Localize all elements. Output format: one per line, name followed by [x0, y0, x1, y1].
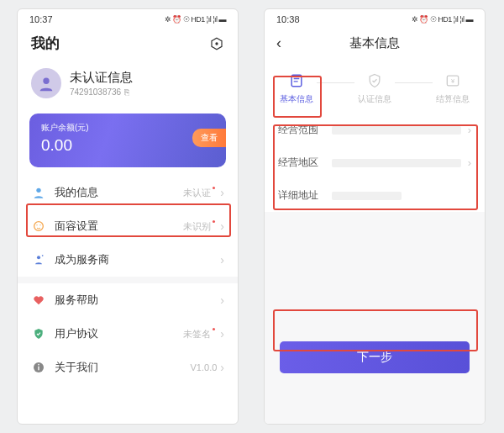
form-address[interactable]: 详细地址: [265, 179, 485, 212]
status-icons: ✲ ⏰ ☉ HD1 ¦ıl ¦ıl ▬: [165, 15, 226, 24]
chevron-right-icon: ›: [220, 253, 224, 267]
balance-card: 账户余额(元) 0.00 查看: [29, 114, 226, 167]
profile-row[interactable]: 未认证信息 74291038736 ⎘: [18, 60, 238, 107]
svg-point-2: [36, 188, 40, 193]
list-item-my-info[interactable]: 我的信息 未认证›: [18, 176, 238, 209]
svg-point-6: [37, 256, 40, 259]
status-time: 10:37: [29, 14, 53, 24]
svg-point-1: [43, 78, 49, 84]
avatar-icon: [31, 68, 61, 98]
money-icon: ¥: [444, 71, 462, 90]
form-scope[interactable]: 经营范围 ›: [265, 114, 485, 146]
settings-hex-icon[interactable]: [209, 36, 224, 51]
svg-text:¥: ¥: [451, 77, 455, 85]
provider-icon: [31, 252, 46, 267]
chevron-right-icon: ›: [468, 156, 471, 169]
next-button[interactable]: 下一步: [280, 341, 470, 373]
chevron-right-icon: ›: [220, 219, 224, 233]
status-bar: 10:37 ✲ ⏰ ☉ HD1 ¦ıl ¦ıl ▬: [18, 9, 238, 27]
svg-point-9: [38, 364, 39, 366]
phone-screen-basic-info: 10:38 ✲ ⏰ ☉ HD1 ¦ıl ¦ıl ▬ ‹ 基本信息 基本信息 认证…: [264, 8, 486, 425]
view-balance-button[interactable]: 查看: [192, 129, 226, 147]
document-icon: [287, 71, 306, 90]
step-basic[interactable]: 基本信息: [280, 71, 313, 105]
svg-point-4: [36, 224, 37, 225]
info-icon: [31, 360, 46, 375]
svg-rect-10: [291, 75, 302, 86]
svg-point-0: [215, 42, 218, 45]
step-auth[interactable]: 认证信息: [358, 71, 391, 105]
page-title: 基本信息: [349, 35, 400, 51]
step-settlement[interactable]: ¥ 结算信息: [436, 71, 470, 105]
heart-icon: [31, 293, 46, 308]
page-title: 我的: [31, 34, 60, 53]
status-icons: ✲ ⏰ ☉ HD1 ¦ıl ¦ıl ▬: [412, 15, 473, 24]
list-item-face[interactable]: 面容设置 未识别›: [18, 209, 238, 243]
list-item-provider[interactable]: 成为服务商 ›: [18, 243, 238, 277]
step-line: [395, 82, 433, 83]
chevron-right-icon: ›: [468, 124, 471, 136]
status-bar: 10:38 ✲ ⏰ ☉ HD1 ¦ıl ¦ıl ▬: [265, 9, 485, 27]
form-value-placeholder: [332, 126, 461, 135]
balance-amount: 0.00: [41, 136, 214, 155]
basic-info-header: ‹ 基本信息: [265, 27, 485, 60]
mine-header: 我的: [18, 27, 238, 60]
form-value-placeholder: [332, 192, 402, 200]
spacer: [265, 212, 485, 341]
person-icon: [31, 185, 46, 200]
copy-icon[interactable]: ⎘: [124, 87, 129, 97]
shield-check-icon: [31, 326, 46, 341]
svg-point-5: [39, 224, 40, 225]
dot-icon: [213, 187, 215, 189]
profile-id: 74291038736 ⎘: [70, 87, 133, 97]
svg-rect-8: [38, 367, 39, 371]
list-item-help[interactable]: 服务帮助 ›: [18, 283, 238, 317]
dot-icon: [213, 328, 215, 330]
chevron-right-icon: ›: [220, 293, 224, 307]
steps-row: 基本信息 认证信息 ¥ 结算信息: [265, 60, 485, 114]
chevron-right-icon: ›: [220, 186, 224, 199]
chevron-right-icon: ›: [220, 361, 224, 374]
form-region[interactable]: 经营地区 ›: [265, 146, 485, 179]
divider: [18, 277, 238, 283]
balance-label: 账户余额(元): [41, 122, 214, 134]
chevron-right-icon: ›: [220, 327, 224, 341]
status-time: 10:38: [276, 14, 300, 24]
face-icon: [31, 219, 46, 234]
step-line: [317, 82, 354, 83]
form-value-placeholder: [332, 159, 461, 167]
list-item-about[interactable]: 关于我们 V1.0.0›: [18, 351, 238, 384]
profile-name: 未认证信息: [70, 70, 133, 86]
svg-point-3: [34, 222, 44, 231]
shield-icon: [365, 71, 384, 90]
phone-screen-mine: 10:37 ✲ ⏰ ☉ HD1 ¦ıl ¦ıl ▬ 我的 未认证信息 74291…: [17, 8, 239, 425]
dot-icon: [213, 220, 215, 223]
back-icon[interactable]: ‹: [276, 34, 281, 52]
list-item-agreement[interactable]: 用户协议 未签名›: [18, 317, 238, 351]
